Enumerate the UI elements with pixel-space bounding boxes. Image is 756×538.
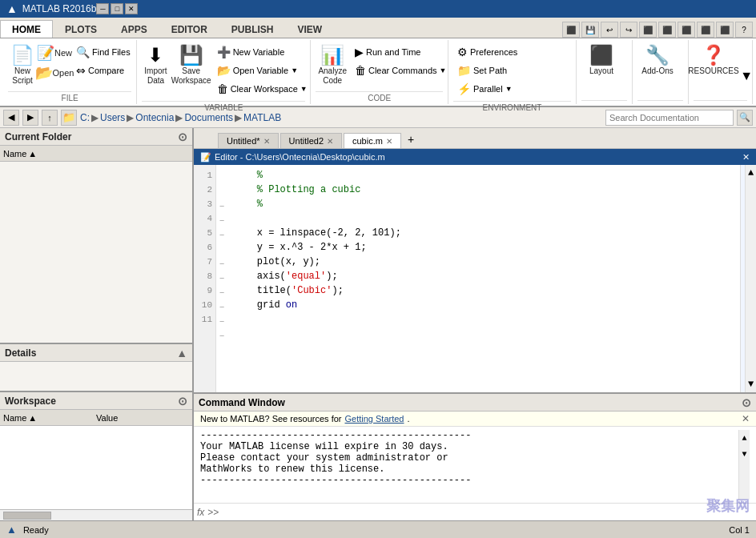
tab-cubic[interactable]: cubic.m ✕ [344, 133, 401, 148]
set-path-button[interactable]: 📁 Set Path [453, 62, 521, 79]
ribbon-group-variable: ⬇ ImportData 💾 SaveWorkspace ➕ New Varia… [137, 40, 311, 104]
addons-button[interactable]: 🔧 Add-Ons [637, 43, 678, 78]
ws-value-col[interactable]: Value [96, 413, 189, 423]
cmd-scroll-up[interactable]: ▲ [739, 430, 750, 446]
tab-close-untitled2[interactable]: ✕ [327, 137, 333, 146]
layout-button[interactable]: ⬛ Layout [581, 43, 621, 78]
tab-home[interactable]: HOME [0, 20, 53, 38]
tab-apps[interactable]: APPS [109, 20, 159, 38]
tab-plots[interactable]: PLOTS [53, 20, 109, 38]
layout-group-label [581, 100, 627, 104]
line-num-1: 1 [194, 168, 215, 183]
parallel-button[interactable]: ⚡ Parallel ▼ [453, 80, 521, 98]
editor-scrollbar[interactable]: ▲ ▼ [745, 165, 756, 392]
run-and-time-button[interactable]: ▶ Run and Time [351, 43, 451, 61]
tab-label-cubic: cubic.m [352, 136, 383, 146]
tab-editor[interactable]: EDITOR [159, 20, 219, 38]
resources-button[interactable]: ❓ RESOURCES [694, 43, 734, 78]
bc-item-documents[interactable]: Documents [184, 112, 233, 123]
dash-9: – [219, 315, 224, 329]
minimize-button[interactable]: ─ [96, 3, 109, 14]
file-name-column-header[interactable]: Name ▲ [3, 149, 37, 159]
new-variable-button[interactable]: ➕ New Variable [213, 43, 312, 61]
open-variable-label: Open Variable [233, 66, 289, 75]
command-window-notice: New to MATLAB? See resources for Getting… [194, 412, 756, 427]
bc-item-matlab[interactable]: MATLAB [243, 112, 281, 123]
tab-untitled2[interactable]: Untitled2 ✕ [280, 133, 342, 148]
open-variable-button[interactable]: 📂 Open Variable ▼ [213, 62, 312, 79]
bc-item-users[interactable]: Users [100, 112, 125, 123]
bc-item-c[interactable]: C: [80, 112, 90, 123]
bc-item-ontecnia[interactable]: Ontecnia [135, 112, 174, 123]
ribbon-icon-5[interactable]: ⬛ [639, 22, 657, 38]
ribbon-icon-8[interactable]: ⬛ [697, 22, 714, 38]
command-window-menu-btn[interactable]: ⊙ [742, 396, 751, 409]
ribbon-icon-3[interactable]: ↩ [601, 22, 618, 38]
tab-close-cubic[interactable]: ✕ [386, 137, 392, 146]
scroll-down-btn[interactable]: ▼ [746, 376, 756, 392]
command-window-content[interactable]: ----------------------------------------… [194, 427, 756, 503]
workspace-menu-btn[interactable]: ⊙ [178, 395, 187, 408]
tab-publish[interactable]: PUBLISH [219, 20, 286, 38]
editor-close-btn[interactable]: ✕ [742, 152, 750, 163]
import-data-button[interactable]: ⬇ ImportData [142, 43, 169, 88]
file-list [0, 162, 192, 343]
ribbon-icon-2[interactable]: 💾 [581, 22, 599, 38]
ribbon-icon-7[interactable]: ⬛ [678, 22, 695, 38]
open-button[interactable]: 📂 Open [38, 63, 70, 82]
cmd-scroll-down[interactable]: ▼ [739, 446, 750, 462]
code-line-1: % [234, 168, 734, 183]
new-script-button[interactable]: 📄 NewScript [8, 43, 37, 88]
compare-button[interactable]: ⇔ Compare [72, 62, 135, 79]
scrollbar-thumb[interactable] [3, 512, 51, 520]
current-folder-menu-btn[interactable]: ⊙ [178, 130, 187, 143]
clear-workspace-button[interactable]: 🗑 Clear Workspace ▼ [213, 80, 312, 98]
maximize-button[interactable]: □ [111, 3, 123, 14]
layout-label: Layout [589, 66, 613, 76]
add-tab-button[interactable]: + [403, 130, 419, 148]
close-button[interactable]: ✕ [125, 3, 138, 14]
tab-untitled-star[interactable]: Untitled* ✕ [218, 133, 279, 148]
save-workspace-button[interactable]: 💾 SaveWorkspace [171, 43, 211, 88]
ribbon-icon-1[interactable]: ⬛ [562, 22, 580, 38]
help-icon[interactable]: ? [735, 22, 753, 38]
up-button[interactable]: ↑ [42, 110, 58, 126]
new-button[interactable]: 📝 New [38, 43, 70, 62]
getting-started-link[interactable]: Getting Started [344, 414, 404, 424]
details-panel: Details ▲ [0, 344, 192, 392]
resources-icon: ❓ [702, 46, 726, 65]
ribbon-icon-6[interactable]: ⬛ [658, 22, 676, 38]
command-input-bar: fx >> [194, 503, 756, 520]
editor-icon: 📝 [200, 152, 211, 163]
line-num-7: 7 [194, 255, 215, 269]
code-line-11 [234, 312, 734, 327]
parallel-icon: ⚡ [457, 82, 471, 95]
title-bar: ▲ MATLAB R2016b ─ □ ✕ [0, 0, 756, 18]
preferences-button[interactable]: ⚙ Preferences [453, 43, 521, 61]
find-files-button[interactable]: 🔍 Find Files [72, 43, 135, 61]
ribbon-collapse-btn[interactable]: ▼ [740, 69, 753, 83]
scroll-up-btn[interactable]: ▲ [746, 165, 756, 181]
cmd-scrollbar[interactable]: ▲ ▼ [738, 430, 750, 500]
code-content[interactable]: % % Plotting a cubic % x = linspace(-2, … [227, 165, 740, 392]
ws-name-col[interactable]: Name ▲ [3, 413, 96, 423]
notice-close-btn[interactable]: ✕ [742, 413, 750, 424]
tab-close-untitled[interactable]: ✕ [263, 137, 270, 146]
editor-title-bar: 📝 Editor - C:\Users\Ontecnia\Desktop\cub… [194, 149, 756, 165]
tab-view[interactable]: VIEW [286, 20, 335, 38]
clear-commands-button[interactable]: 🗑 Clear Commands ▼ [351, 62, 451, 79]
details-menu-btn[interactable]: ▲ [176, 347, 187, 359]
workspace-scrollbar[interactable] [0, 509, 192, 520]
analyze-code-button[interactable]: 📊 Analyze Code [316, 43, 349, 88]
search-documentation-input[interactable] [605, 110, 734, 126]
forward-button[interactable]: ▶ [22, 110, 38, 126]
ws-sort-icon: ▲ [28, 413, 37, 423]
code-editor[interactable]: 1 2 3 4 5 6 7 8 9 10 11 – – – – – – – [194, 165, 756, 392]
details-header: Details ▲ [0, 344, 192, 362]
back-button[interactable]: ◀ [3, 110, 19, 126]
search-button[interactable]: 🔍 [737, 110, 753, 126]
command-input[interactable] [222, 507, 753, 518]
ribbon-icon-4[interactable]: ↪ [620, 22, 637, 38]
col-indicator: Col 1 [729, 525, 750, 535]
ribbon-icon-9[interactable]: ⬛ [716, 22, 734, 38]
